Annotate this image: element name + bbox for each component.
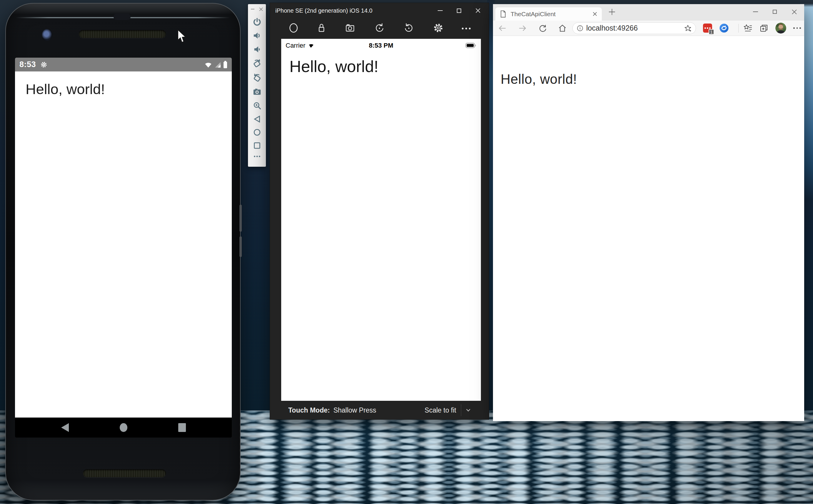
- ios-simulator-window: iPhone SE (2nd generation) iOS 14.0: [270, 3, 489, 420]
- settings-gear-icon[interactable]: [432, 22, 444, 35]
- ios-simulator-toolbar: [270, 18, 489, 39]
- battery-icon: [223, 61, 227, 69]
- screenshot-camera-icon[interactable]: [344, 22, 356, 35]
- volume-down-icon[interactable]: [253, 45, 261, 54]
- browser-window: TheCatApiClient: [493, 4, 804, 421]
- desktop-wallpaper: 8:53 Hello, world!: [0, 0, 813, 504]
- rotate-right-icon[interactable]: [252, 73, 262, 83]
- power-icon[interactable]: [253, 17, 261, 26]
- android-app-content: Hello, world!: [15, 71, 232, 418]
- gear-icon: [40, 61, 48, 69]
- ios-window-title: iPhone SE (2nd generation) iOS 14.0: [275, 7, 372, 14]
- battery-icon: [465, 42, 477, 49]
- phone-earpiece-speaker: [79, 30, 166, 38]
- rotate-left-icon[interactable]: [374, 22, 385, 35]
- favorite-star-icon[interactable]: [684, 24, 692, 32]
- url-text[interactable]: localhost:49266: [586, 24, 684, 32]
- ios-clock: 8:53 PM: [369, 42, 393, 49]
- overview-button[interactable]: [177, 422, 187, 433]
- minimize-button[interactable]: [753, 11, 758, 12]
- volume-up-icon[interactable]: [253, 31, 261, 40]
- close-button[interactable]: [792, 9, 797, 15]
- touch-mode-value: Shallow Press: [333, 406, 376, 414]
- android-emulator-window: 8:53 Hello, world!: [5, 3, 241, 500]
- maximize-button[interactable]: [773, 10, 777, 14]
- emulator-side-toolbar: [248, 4, 266, 167]
- back-icon[interactable]: [498, 24, 507, 32]
- home-circle-icon[interactable]: [288, 22, 299, 35]
- page-document-icon: [500, 10, 506, 18]
- ios-footer-bar: Touch Mode: Shallow Press Scale to fit: [270, 401, 489, 420]
- phone-sensor-notch: [114, 14, 131, 20]
- tab-title: TheCatApiClient: [511, 11, 593, 18]
- favorites-bar-icon[interactable]: [743, 24, 752, 32]
- maximize-button[interactable]: [457, 9, 461, 13]
- ios-hello-text: Hello, world!: [289, 57, 481, 76]
- back-button[interactable]: [60, 422, 70, 433]
- more-icon[interactable]: [253, 155, 261, 158]
- new-tab-button[interactable]: [608, 8, 616, 16]
- browser-tab[interactable]: TheCatApiClient: [495, 7, 602, 21]
- rotate-left-icon[interactable]: [252, 59, 262, 68]
- scale-to-fit-label[interactable]: Scale to fit: [425, 406, 456, 414]
- more-icon[interactable]: [462, 28, 471, 29]
- overview-icon[interactable]: [253, 141, 261, 150]
- wifi-icon: [204, 61, 212, 68]
- site-info-icon[interactable]: [577, 25, 583, 31]
- android-screen[interactable]: 8:53 Hello, world!: [15, 58, 232, 438]
- minimize-icon[interactable]: [251, 9, 254, 9]
- collections-icon[interactable]: [759, 24, 768, 33]
- close-button[interactable]: [475, 8, 481, 13]
- profile-avatar[interactable]: [775, 23, 786, 34]
- minimize-button[interactable]: [438, 10, 443, 11]
- phone-power-button: [239, 205, 242, 232]
- blue-extension-icon[interactable]: [719, 23, 729, 33]
- back-icon[interactable]: [253, 115, 261, 123]
- forward-icon[interactable]: [518, 24, 527, 32]
- phone-volume-button: [239, 236, 242, 257]
- android-nav-bar: [15, 418, 232, 438]
- phone-bottom-speaker: [83, 469, 166, 477]
- screenshot-camera-icon[interactable]: [253, 87, 261, 96]
- mouse-cursor: [177, 29, 188, 45]
- tab-close-icon[interactable]: [593, 12, 597, 16]
- settings-more-icon[interactable]: [793, 27, 801, 29]
- close-icon[interactable]: [259, 7, 263, 11]
- cellular-signal-icon: [214, 61, 221, 68]
- rotate-right-icon[interactable]: [403, 22, 415, 35]
- ios-status-bar: Carrier 8:53 PM: [281, 39, 481, 52]
- home-icon[interactable]: [558, 24, 567, 32]
- home-icon[interactable]: [253, 128, 261, 136]
- carrier-label: Carrier: [286, 42, 305, 49]
- browser-toolbar: localhost:49266 1: [493, 21, 804, 36]
- lock-icon[interactable]: [316, 22, 326, 35]
- ios-device-screen[interactable]: Carrier 8:53 PM Hello, world!: [281, 39, 481, 401]
- footer-divider: [461, 404, 461, 416]
- toolbar-divider: [738, 24, 739, 33]
- chevron-down-icon[interactable]: [466, 408, 471, 412]
- address-bar[interactable]: localhost:49266: [572, 22, 696, 34]
- phone-front-camera: [42, 29, 52, 41]
- zoom-icon[interactable]: [253, 101, 261, 110]
- extension-badge: 1: [709, 29, 714, 35]
- refresh-icon[interactable]: [538, 24, 547, 32]
- android-clock: 8:53: [19, 60, 36, 69]
- android-status-bar: 8:53: [15, 58, 232, 71]
- browser-hello-text: Hello, world!: [501, 71, 577, 87]
- touch-mode-label: Touch Mode:: [288, 406, 330, 414]
- home-button[interactable]: [119, 422, 128, 433]
- browser-tab-bar: TheCatApiClient: [493, 4, 804, 21]
- ios-title-bar[interactable]: iPhone SE (2nd generation) iOS 14.0: [270, 3, 489, 18]
- android-hello-text: Hello, world!: [26, 81, 232, 97]
- wifi-icon: [308, 43, 315, 49]
- password-extension-icon[interactable]: 1: [703, 24, 712, 33]
- browser-page-content: Hello, world!: [493, 36, 804, 421]
